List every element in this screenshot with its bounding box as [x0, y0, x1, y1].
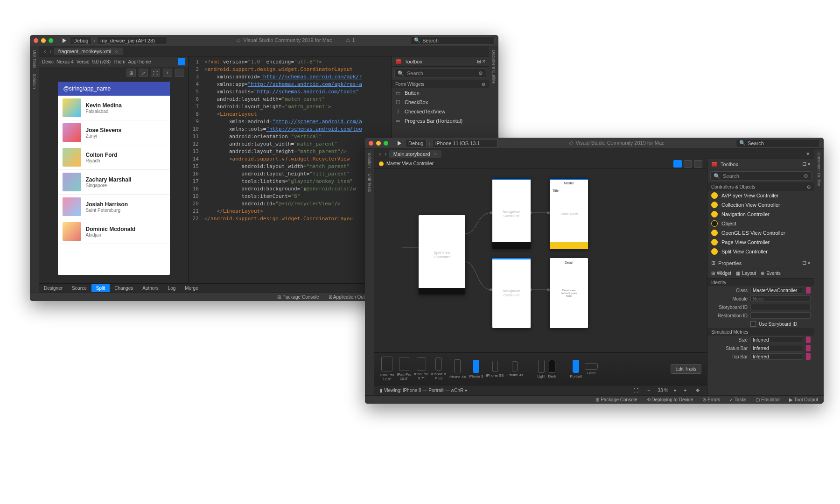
edit-traits-button[interactable]: Edit Traits	[671, 364, 701, 374]
constraint-mode-button[interactable]	[684, 160, 692, 168]
config-select[interactable]: Debug	[405, 139, 427, 147]
size-dropdown[interactable]	[806, 336, 811, 343]
device-iphone-8[interactable]: iPhone 8	[469, 360, 483, 378]
panel-collapse-icon[interactable]: ⊟ ×	[802, 161, 811, 167]
zoom-in-button[interactable]: +	[682, 388, 688, 393]
toolbox-item[interactable]: ☐CheckBox	[392, 98, 489, 107]
minimize-icon[interactable]	[376, 141, 381, 146]
zoom-out-button[interactable]: −	[646, 388, 652, 393]
device-preview[interactable]: @string/app_name Kevin Medina Faisalabad…	[58, 82, 170, 275]
storyboard-canvas[interactable]: Split View Controller Navigation Control…	[374, 168, 707, 352]
device-ipad-pro-10-5-[interactable]: iPad Pro10.5"	[397, 357, 412, 381]
orientation-land[interactable]: Land	[585, 363, 598, 375]
view-tab-source[interactable]: Source	[67, 284, 91, 292]
api-select[interactable]: 9.0 (v28)	[92, 59, 111, 64]
file-tab[interactable]: Main.storyboard ○	[389, 150, 442, 158]
code-editor[interactable]: 12345678910111213141516171819202122 <?xm…	[189, 56, 391, 283]
theme-select[interactable]: AppTheme	[128, 59, 151, 64]
package-console-button[interactable]: ⊞ Package Console	[595, 397, 637, 402]
target-select[interactable]: my_device_pie (API 28)	[97, 36, 167, 45]
zoom-level[interactable]: 33 %	[658, 388, 668, 393]
scene-detail[interactable]: Detail Detail view content goes here	[550, 258, 588, 328]
class-field[interactable]: MasterViewController	[750, 287, 803, 294]
add-icon[interactable]: +	[163, 69, 172, 77]
package-console-button[interactable]: ⊞ Package Console	[277, 294, 319, 300]
remove-icon[interactable]: −	[175, 69, 184, 77]
close-tab-icon[interactable]: ○	[434, 151, 437, 157]
viewing-label[interactable]: ▮ Viewing: iPhone 8 — Portrait — wChR ▾	[380, 388, 467, 393]
orientation-portrait[interactable]: Portrait	[570, 360, 582, 378]
run-button[interactable]	[63, 38, 66, 43]
fit-icon[interactable]: ⛶	[632, 388, 640, 393]
close-icon[interactable]	[34, 38, 38, 43]
scene-table-view[interactable]: Master Title Table View	[550, 179, 588, 249]
expand-icon[interactable]: ⤢	[139, 69, 148, 77]
source-mode-button[interactable]	[694, 160, 702, 168]
tasks-button[interactable]: ✓ Tasks	[729, 397, 746, 402]
controller-item[interactable]: OpenGL ES View Controller	[707, 228, 814, 238]
device-ipad-pro-12-9-[interactable]: iPad Pro12.9"	[380, 357, 394, 381]
cabinet-dropdown-icon[interactable]: ▾	[806, 150, 810, 157]
controller-item[interactable]: Navigation Controller	[707, 210, 814, 219]
scene-nav-2[interactable]: Navigation Controller	[492, 258, 531, 328]
unit-tests-tab[interactable]: Unit Tests	[367, 174, 372, 192]
list-item[interactable]: Josiah Harrison Saint Petersburg	[58, 195, 170, 219]
design-mode-button[interactable]	[673, 160, 682, 168]
close-icon[interactable]	[369, 141, 373, 146]
device-iphone-8-plus[interactable]: iPhone 8Plus	[431, 357, 446, 380]
view-tab-log[interactable]: Log	[163, 284, 181, 292]
storyboard-id-field[interactable]	[750, 304, 811, 310]
controller-item[interactable]: Split View Controller	[707, 247, 814, 256]
search-input[interactable]: 🔍 Search	[411, 36, 495, 45]
nav-back-icon[interactable]: ‹	[379, 150, 381, 157]
settings-icon[interactable]: ⚙	[478, 70, 483, 77]
deploy-button[interactable]: ⟲ Deploying to Device	[647, 397, 693, 402]
toolbox-section[interactable]: Form Widgets⊖	[392, 80, 489, 88]
list-item[interactable]: Jose Stevens Zunyi	[58, 120, 170, 145]
appearance-dark[interactable]: Dark	[548, 360, 556, 378]
tab-events[interactable]: ⊕ Events	[761, 271, 781, 276]
breadcrumb-item[interactable]: Master View Controller	[386, 161, 434, 166]
file-tab[interactable]: fragment_monkeys.xml ○	[54, 48, 123, 55]
restoration-id-field[interactable]	[750, 312, 811, 319]
zoom-icon[interactable]	[384, 141, 388, 146]
toolbox-item[interactable]: ═Progress Bar (Horizontal)	[392, 116, 489, 126]
list-item[interactable]: Dominic Mcdonald Abidjan	[58, 219, 170, 244]
tab-layout[interactable]: ▦ Layout	[736, 271, 756, 276]
solution-tab[interactable]: Solution	[32, 74, 37, 89]
statusbar-dropdown[interactable]	[806, 345, 811, 351]
portrait-icon[interactable]	[178, 58, 185, 65]
pan-icon[interactable]: ✥	[694, 388, 701, 393]
nav-forward-icon[interactable]: ›	[49, 48, 51, 55]
scene-nav-1[interactable]: Navigation Controller	[492, 179, 531, 249]
target-select[interactable]: iPhone 11 iOS 13.1	[432, 139, 497, 147]
close-tab-icon[interactable]: ○	[115, 49, 118, 54]
minimize-icon[interactable]	[41, 38, 46, 43]
statusbar-select[interactable]: Inferred	[750, 345, 803, 351]
toolbox-item[interactable]: ▭Button	[392, 88, 489, 98]
controller-item[interactable]: Collection View Controller	[707, 200, 814, 210]
view-tab-designer[interactable]: Designer	[39, 284, 67, 292]
gear-icon[interactable]: ⊖	[807, 184, 811, 189]
constraints-icon[interactable]: ⊞	[126, 69, 136, 77]
toolbox-search[interactable]: 🔍 Search⚙	[394, 69, 486, 78]
controller-item[interactable]: Page View Controller	[707, 238, 814, 247]
nav-back-icon[interactable]: ‹	[44, 48, 46, 55]
search-input[interactable]: 🔍 Search	[736, 139, 820, 147]
module-field[interactable]: None	[750, 295, 811, 302]
config-select[interactable]: Debug	[70, 36, 91, 45]
unit-tests-tab[interactable]: Unit Tests	[32, 50, 37, 68]
zoom-icon[interactable]	[49, 38, 53, 43]
device-select[interactable]: Nexus 4	[56, 59, 74, 64]
solution-tab[interactable]: Solution	[367, 153, 372, 168]
list-item[interactable]: Kevin Medina Faisalabad	[58, 96, 170, 120]
topbar-select[interactable]: Inferred	[750, 353, 803, 360]
size-select[interactable]: Inferred	[750, 336, 803, 343]
toolbox-search[interactable]: 🔍 Search⚙	[710, 171, 812, 181]
topbar-dropdown[interactable]	[806, 353, 811, 360]
controller-item[interactable]: Object	[707, 219, 814, 228]
view-tab-merge[interactable]: Merge	[180, 284, 203, 292]
class-dropdown[interactable]	[806, 287, 811, 294]
device-iphone-4s[interactable]: iPhone 4s	[507, 361, 524, 377]
tab-widget[interactable]: ⊞ Widget	[711, 271, 731, 276]
